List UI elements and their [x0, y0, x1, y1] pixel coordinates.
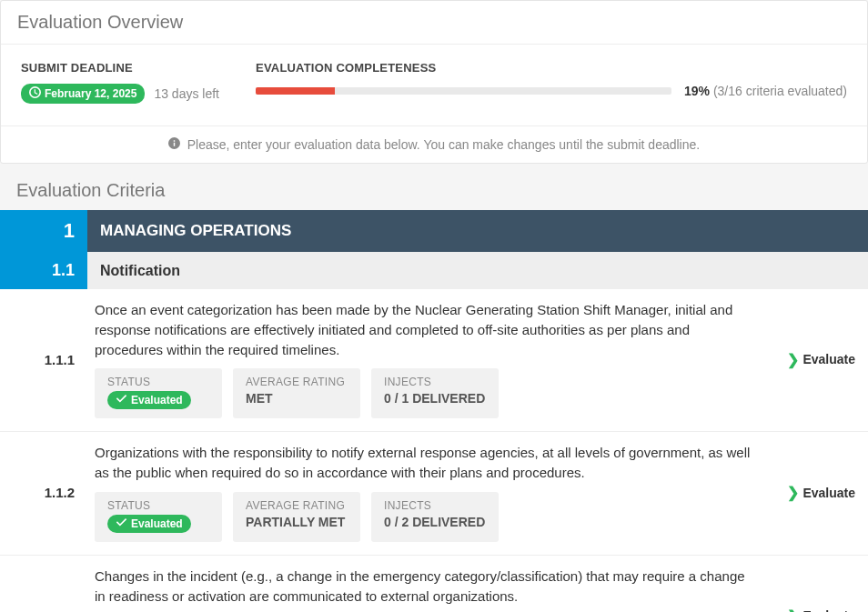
evaluation-overview-panel: Evaluation Overview SUBMIT DEADLINE Febr…: [0, 0, 868, 164]
avg-rating-label: AVERAGE RATING: [246, 376, 348, 388]
criterion-number: 1.1.2: [0, 443, 87, 542]
section-title: MANAGING OPERATIONS: [87, 210, 868, 252]
evaluate-col: ❯ Evaluate: [764, 443, 855, 542]
evaluate-button[interactable]: ❯ Evaluate: [787, 351, 855, 368]
evaluation-criteria-panel: Evaluation Criteria 1 MANAGING OPERATION…: [0, 164, 868, 612]
status-box: STATUS Evaluated: [95, 368, 222, 418]
injects-value: 0 / 2 DELIVERED: [384, 515, 486, 529]
evaluate-label: Evaluate: [802, 352, 855, 366]
evaluate-col: ❯ Evaluate: [764, 567, 855, 612]
chevron-right-icon: ❯: [787, 484, 799, 501]
chevron-right-icon: ❯: [787, 351, 799, 368]
info-text: Please, enter your evaluation data below…: [187, 137, 701, 152]
injects-box: INJECTS 0 / 2 DELIVERED: [371, 492, 499, 542]
injects-box: INJECTS 0 / 1 DELIVERED: [371, 368, 499, 418]
progress-percent: 19%: [684, 84, 710, 98]
clock-icon: [29, 86, 41, 101]
info-bar: Please, enter your evaluation data below…: [1, 125, 867, 163]
evaluated-badge: Evaluated: [107, 515, 191, 533]
injects-label: INJECTS: [384, 499, 486, 512]
evaluated-badge: Evaluated: [107, 391, 191, 409]
criterion-row: 1.1.1 Once an event categorization has b…: [0, 289, 868, 432]
progress-row: 19% (3/16 criteria evaluated): [256, 84, 847, 98]
status-label: STATUS: [107, 499, 209, 512]
evaluated-text: Evaluated: [131, 394, 183, 406]
progress-fill: [256, 87, 335, 95]
criteria-list: 1.1.1 Once an event categorization has b…: [0, 289, 868, 612]
criterion-body: Changes in the incident (e.g., a change …: [95, 567, 757, 612]
check-icon: [116, 393, 127, 407]
completeness-label: EVALUATION COMPLETENESS: [256, 61, 847, 75]
subsection-number: 1.1: [0, 252, 87, 289]
stat-row: STATUS Evaluated AVERAGE RATING PARTIALL…: [95, 492, 757, 542]
evaluate-label: Evaluate: [802, 486, 855, 500]
evaluate-button[interactable]: ❯ Evaluate: [787, 484, 855, 501]
deadline-block: SUBMIT DEADLINE February 12, 2025 13 day…: [21, 61, 219, 104]
evaluate-col: ❯ Evaluate: [764, 300, 855, 418]
deadline-row: February 12, 2025 13 days left: [21, 84, 219, 104]
evaluated-text: Evaluated: [131, 517, 183, 530]
criterion-row: 1.1.2 Organizations with the responsibil…: [0, 432, 868, 556]
avg-rating-box: AVERAGE RATING PARTIALLY MET: [233, 492, 360, 542]
avg-rating-value: MET: [246, 391, 348, 406]
overview-body: SUBMIT DEADLINE February 12, 2025 13 day…: [1, 45, 867, 125]
progress-detail: (3/16 criteria evaluated): [713, 84, 847, 98]
section-header: 1 MANAGING OPERATIONS: [0, 210, 868, 252]
evaluate-button[interactable]: ❯ Evaluate: [787, 607, 855, 613]
criterion-description: Once an event categorization has been ma…: [95, 300, 757, 359]
progress-bar: [256, 87, 671, 95]
stat-row: STATUS Evaluated AVERAGE RATING MET INJE…: [95, 368, 757, 418]
criterion-row: 1.1.3 Changes in the incident (e.g., a c…: [0, 556, 868, 612]
days-left: 13 days left: [154, 86, 219, 101]
deadline-badge: February 12, 2025: [21, 84, 145, 104]
avg-rating-label: AVERAGE RATING: [246, 499, 348, 512]
avg-rating-box: AVERAGE RATING MET: [233, 368, 360, 418]
evaluate-label: Evaluate: [802, 608, 855, 612]
overview-title: Evaluation Overview: [1, 1, 867, 45]
status-box: STATUS Evaluated: [95, 492, 222, 542]
avg-rating-value: PARTIALLY MET: [246, 515, 348, 529]
criteria-title: Evaluation Criteria: [0, 164, 868, 210]
criterion-body: Once an event categorization has been ma…: [95, 300, 757, 418]
injects-label: INJECTS: [384, 376, 486, 388]
deadline-label: SUBMIT DEADLINE: [21, 61, 219, 75]
criterion-description: Changes in the incident (e.g., a change …: [95, 567, 757, 607]
status-label: STATUS: [107, 376, 209, 388]
progress-text: 19% (3/16 criteria evaluated): [684, 84, 847, 98]
chevron-right-icon: ❯: [787, 607, 799, 613]
subsection-title: Notification: [87, 252, 868, 289]
check-icon: [116, 517, 127, 531]
criterion-body: Organizations with the responsibility to…: [95, 443, 757, 542]
completeness-block: EVALUATION COMPLETENESS 19% (3/16 criter…: [256, 61, 847, 104]
injects-value: 0 / 1 DELIVERED: [384, 391, 486, 406]
deadline-date: February 12, 2025: [45, 87, 136, 100]
criterion-description: Organizations with the responsibility to…: [95, 443, 757, 483]
info-icon: [168, 137, 184, 152]
section-number: 1: [0, 210, 87, 252]
subsection-header: 1.1 Notification: [0, 252, 868, 289]
criterion-number: 1.1.3: [0, 567, 87, 612]
criterion-number: 1.1.1: [0, 300, 87, 418]
